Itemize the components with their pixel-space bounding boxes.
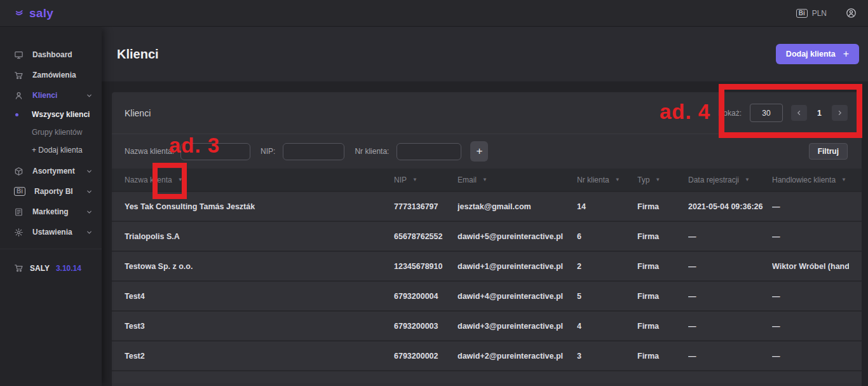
table-cell: — bbox=[688, 352, 772, 361]
table-row-partial bbox=[112, 370, 862, 383]
current-page: 1 bbox=[815, 109, 824, 118]
table-cell: dawid+3@pureinteractive.pl bbox=[458, 322, 577, 331]
prev-page-button[interactable] bbox=[791, 105, 807, 121]
table-cell: Firma bbox=[637, 232, 688, 241]
sort-icon[interactable]: ▼ bbox=[178, 177, 183, 183]
sidebar-item-raporty-bi[interactable]: Bi Raporty BI bbox=[0, 181, 102, 202]
table-row[interactable]: Trialopolis S.A65678762552dawid+5@purein… bbox=[112, 221, 862, 251]
table-cell: dawid+4@pureinteractive.pl bbox=[458, 292, 577, 301]
column-header-1[interactable]: NIP▼ bbox=[394, 176, 458, 184]
column-header-0[interactable]: Nazwa klienta▼ bbox=[125, 176, 394, 184]
column-header-6[interactable]: Handlowiec klienta▼ bbox=[772, 176, 849, 184]
cart-icon bbox=[14, 71, 24, 80]
currency-label: PLN bbox=[812, 9, 827, 18]
table-cell: 14 bbox=[577, 202, 637, 211]
sidebar-item-zamowienia[interactable]: Zamówienia bbox=[0, 65, 102, 85]
table-cell: Firma bbox=[637, 352, 688, 361]
sidebar-subitem-dodaj-klienta[interactable]: + Dodaj klienta bbox=[0, 141, 102, 159]
table-row[interactable]: Test36793200003dawid+3@pureinteractive.p… bbox=[112, 310, 862, 340]
column-header-label: Typ bbox=[637, 176, 649, 184]
table-cell: Test3 bbox=[125, 322, 394, 331]
table-cell: dawid+2@pureinteractive.pl bbox=[458, 352, 577, 361]
sort-icon[interactable]: ▼ bbox=[482, 177, 487, 183]
client-name-filter-label: Nazwa klienta: bbox=[125, 147, 174, 156]
table-cell: Test2 bbox=[125, 352, 394, 361]
table-cell: 12345678910 bbox=[394, 262, 458, 271]
table-cell: — bbox=[688, 322, 772, 331]
sidebar-item-dashboard[interactable]: Dashboard bbox=[0, 45, 102, 65]
bi-icon: Bi bbox=[14, 187, 25, 196]
sidebar-item-label: Raporty BI bbox=[34, 187, 73, 196]
table-cell: Testowa Sp. z o.o. bbox=[125, 262, 394, 271]
sidebar-subitem-grupy-klientow[interactable]: Grupy klientów bbox=[0, 123, 102, 141]
chevron-down-icon bbox=[86, 188, 93, 195]
chevron-down-icon bbox=[86, 92, 93, 99]
content-area: Klienci Pokaż: 1 Nazwa klienta: N bbox=[102, 81, 868, 386]
table-cell: Firma bbox=[637, 202, 688, 211]
table-cell: — bbox=[688, 232, 772, 241]
main-content: Klienci Dodaj klienta + Klienci Pokaż: 1 bbox=[102, 27, 868, 386]
filter-submit-button[interactable]: Filtruj bbox=[809, 143, 848, 160]
sidebar-item-marketing[interactable]: Marketing bbox=[0, 202, 102, 222]
next-page-button[interactable] bbox=[832, 105, 848, 121]
client-no-filter-input[interactable] bbox=[397, 143, 461, 160]
table-cell: 3 bbox=[577, 352, 637, 361]
client-name-filter-input[interactable] bbox=[180, 143, 250, 160]
sidebar-item-label: Ustawienia bbox=[32, 228, 72, 237]
app-logo[interactable]: saly bbox=[14, 6, 53, 20]
table-row[interactable]: Test26793200002dawid+2@pureinteractive.p… bbox=[112, 340, 862, 370]
table-cell: Test4 bbox=[125, 292, 394, 301]
column-header-3[interactable]: Nr klienta▼ bbox=[577, 176, 637, 184]
sidebar-footer: SALY 3.10.14 bbox=[0, 263, 102, 273]
sidebar-item-label: Zamówienia bbox=[32, 71, 76, 79]
table-cell: 5 bbox=[577, 292, 637, 301]
sidebar-divider bbox=[0, 249, 102, 249]
currency-selector[interactable]: Bi PLN bbox=[796, 9, 827, 18]
table-cell: dawid+5@pureinteractive.pl bbox=[458, 232, 577, 241]
column-header-label: Handlowiec klienta bbox=[772, 176, 836, 184]
column-header-label: Data rejestracji bbox=[688, 176, 739, 184]
sort-icon[interactable]: ▼ bbox=[412, 177, 417, 183]
chevron-down-icon bbox=[86, 229, 93, 236]
table-cell: 2 bbox=[577, 262, 637, 271]
table-cell: Trialopolis S.A bbox=[125, 232, 394, 241]
table-row[interactable]: Testowa Sp. z o.o.12345678910dawid+1@pur… bbox=[112, 251, 862, 280]
column-header-5[interactable]: Data rejestracji▼ bbox=[688, 176, 772, 184]
table-cell: jesztak@gmail.com bbox=[458, 202, 577, 211]
sort-icon[interactable]: ▼ bbox=[745, 177, 750, 183]
sidebar-item-asortyment[interactable]: Asortyment bbox=[0, 161, 102, 181]
add-client-button[interactable]: Dodaj klienta + bbox=[776, 44, 859, 64]
nip-filter-label: NIP: bbox=[261, 147, 275, 156]
package-icon bbox=[14, 167, 24, 176]
sidebar-subitem-wszyscy-klienci[interactable]: Wszyscy klienci bbox=[0, 106, 102, 123]
sidebar-item-klienci[interactable]: Klienci bbox=[0, 85, 102, 106]
table-cell: Firma bbox=[637, 292, 688, 301]
chevron-down-icon bbox=[86, 209, 93, 216]
add-filter-button[interactable]: + bbox=[470, 141, 488, 162]
sort-icon[interactable]: ▼ bbox=[841, 177, 846, 183]
gear-icon bbox=[14, 228, 24, 237]
user-circle-icon[interactable] bbox=[846, 8, 857, 18]
bi-icon: Bi bbox=[796, 9, 808, 18]
sidebar-item-label: Klienci bbox=[32, 91, 57, 100]
nip-filter-input[interactable] bbox=[283, 143, 344, 160]
panel-header: Klienci Pokaż: 1 bbox=[112, 92, 862, 134]
table-cell: dawid+1@pureinteractive.pl bbox=[458, 262, 577, 271]
table-row[interactable]: Yes Tak Consulting Tamás Jeszták77731367… bbox=[112, 191, 862, 221]
sort-icon[interactable]: ▼ bbox=[655, 177, 660, 183]
chevron-down-icon bbox=[86, 168, 93, 175]
column-header-4[interactable]: Typ▼ bbox=[637, 176, 688, 184]
sort-icon[interactable]: ▼ bbox=[615, 177, 620, 183]
table-cell: — bbox=[772, 232, 849, 241]
sidebar-item-ustawienia[interactable]: Ustawienia bbox=[0, 222, 102, 242]
table-cell: Firma bbox=[637, 262, 688, 271]
table-row[interactable]: Test46793200004dawid+4@pureinteractive.p… bbox=[112, 280, 862, 310]
table-cell: — bbox=[772, 322, 849, 331]
per-page-input[interactable] bbox=[750, 104, 783, 122]
table-cell: Yes Tak Consulting Tamás Jeszták bbox=[125, 202, 394, 211]
sidebar-item-label: Marketing bbox=[32, 207, 69, 216]
active-dot-icon bbox=[15, 113, 18, 116]
table-cell: — bbox=[688, 262, 772, 271]
table-cell: 6793200002 bbox=[394, 352, 458, 361]
column-header-2[interactable]: Email▼ bbox=[458, 176, 577, 184]
